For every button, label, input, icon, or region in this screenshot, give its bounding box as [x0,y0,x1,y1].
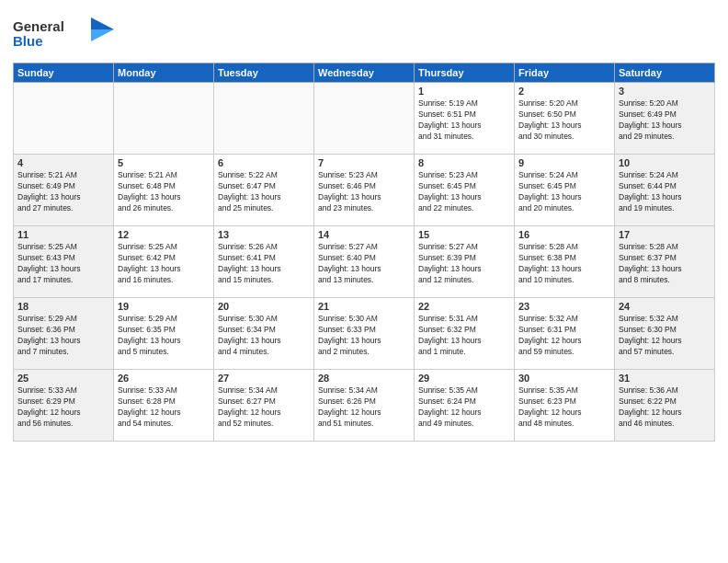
logo-text: General Blue [13,13,114,57]
col-monday: Monday [114,63,214,83]
day-number: 11 [17,229,109,240]
week-row-2: 4Sunrise: 5:21 AM Sunset: 6:49 PM Daylig… [14,155,715,226]
col-sunday: Sunday [14,63,114,83]
day-number: 3 [619,86,711,97]
svg-marker-2 [91,17,114,29]
week-row-4: 18Sunrise: 5:29 AM Sunset: 6:36 PM Dayli… [14,298,715,370]
day-info: Sunrise: 5:23 AM Sunset: 6:46 PM Dayligh… [318,170,410,214]
day-info: Sunrise: 5:24 AM Sunset: 6:45 PM Dayligh… [518,170,610,214]
day-info: Sunrise: 5:33 AM Sunset: 6:29 PM Dayligh… [17,385,109,430]
day-info: Sunrise: 5:36 AM Sunset: 6:22 PM Dayligh… [619,385,711,430]
day-info: Sunrise: 5:21 AM Sunset: 6:48 PM Dayligh… [118,170,210,214]
day-info: Sunrise: 5:30 AM Sunset: 6:33 PM Dayligh… [318,314,410,358]
day-number: 21 [318,301,410,312]
day-number: 27 [218,373,310,384]
day-number: 15 [418,229,510,240]
day-number: 14 [318,229,410,240]
day-number: 18 [17,301,109,312]
day-number: 26 [118,373,210,384]
day-info: Sunrise: 5:23 AM Sunset: 6:45 PM Dayligh… [418,170,510,214]
calendar-cell [214,83,314,155]
week-row-1: 1Sunrise: 5:19 AM Sunset: 6:51 PM Daylig… [14,83,715,155]
day-info: Sunrise: 5:28 AM Sunset: 6:38 PM Dayligh… [518,242,610,286]
calendar-cell [314,83,415,155]
svg-text:General: General [13,18,64,34]
calendar-cell: 6Sunrise: 5:22 AM Sunset: 6:47 PM Daylig… [214,155,314,226]
calendar-cell: 8Sunrise: 5:23 AM Sunset: 6:45 PM Daylig… [415,155,515,226]
calendar-cell: 22Sunrise: 5:31 AM Sunset: 6:32 PM Dayli… [415,298,515,370]
calendar-cell: 3Sunrise: 5:20 AM Sunset: 6:49 PM Daylig… [615,83,715,155]
svg-text:Blue: Blue [13,33,43,49]
calendar-cell: 13Sunrise: 5:26 AM Sunset: 6:41 PM Dayli… [214,226,314,298]
day-number: 25 [17,373,109,384]
calendar-cell: 26Sunrise: 5:33 AM Sunset: 6:28 PM Dayli… [114,370,214,442]
day-number: 10 [619,157,711,168]
calendar-cell: 4Sunrise: 5:21 AM Sunset: 6:49 PM Daylig… [14,155,114,226]
calendar-cell: 30Sunrise: 5:35 AM Sunset: 6:23 PM Dayli… [515,370,615,442]
day-number: 5 [118,157,210,168]
day-number: 29 [418,373,510,384]
calendar-body: 1Sunrise: 5:19 AM Sunset: 6:51 PM Daylig… [14,83,715,442]
day-info: Sunrise: 5:35 AM Sunset: 6:23 PM Dayligh… [518,385,610,430]
calendar-cell: 1Sunrise: 5:19 AM Sunset: 6:51 PM Daylig… [415,83,515,155]
day-info: Sunrise: 5:30 AM Sunset: 6:34 PM Dayligh… [218,314,310,358]
calendar-cell [114,83,214,155]
calendar-cell: 18Sunrise: 5:29 AM Sunset: 6:36 PM Dayli… [14,298,114,370]
day-number: 23 [518,301,610,312]
calendar-cell: 11Sunrise: 5:25 AM Sunset: 6:43 PM Dayli… [14,226,114,298]
calendar-cell: 21Sunrise: 5:30 AM Sunset: 6:33 PM Dayli… [314,298,415,370]
day-info: Sunrise: 5:27 AM Sunset: 6:39 PM Dayligh… [418,242,510,286]
logo: General Blue [13,13,114,57]
day-info: Sunrise: 5:34 AM Sunset: 6:26 PM Dayligh… [318,385,410,430]
day-info: Sunrise: 5:29 AM Sunset: 6:36 PM Dayligh… [17,314,109,358]
day-number: 12 [118,229,210,240]
calendar-cell: 15Sunrise: 5:27 AM Sunset: 6:39 PM Dayli… [415,226,515,298]
day-number: 4 [17,157,109,168]
day-info: Sunrise: 5:24 AM Sunset: 6:44 PM Dayligh… [619,170,711,214]
day-number: 19 [118,301,210,312]
logo-svg: General Blue [13,13,114,53]
calendar-cell: 23Sunrise: 5:32 AM Sunset: 6:31 PM Dayli… [515,298,615,370]
col-saturday: Saturday [615,63,715,83]
calendar-cell: 12Sunrise: 5:25 AM Sunset: 6:42 PM Dayli… [114,226,214,298]
calendar-cell: 28Sunrise: 5:34 AM Sunset: 6:26 PM Dayli… [314,370,415,442]
day-info: Sunrise: 5:28 AM Sunset: 6:37 PM Dayligh… [619,242,711,286]
day-number: 22 [418,301,510,312]
day-number: 8 [418,157,510,168]
day-info: Sunrise: 5:26 AM Sunset: 6:41 PM Dayligh… [218,242,310,286]
col-tuesday: Tuesday [214,63,314,83]
day-number: 13 [218,229,310,240]
day-number: 30 [518,373,610,384]
col-thursday: Thursday [415,63,515,83]
calendar-cell: 2Sunrise: 5:20 AM Sunset: 6:50 PM Daylig… [515,83,615,155]
day-number: 24 [619,301,711,312]
calendar-cell: 5Sunrise: 5:21 AM Sunset: 6:48 PM Daylig… [114,155,214,226]
week-row-3: 11Sunrise: 5:25 AM Sunset: 6:43 PM Dayli… [14,226,715,298]
calendar-cell: 19Sunrise: 5:29 AM Sunset: 6:35 PM Dayli… [114,298,214,370]
header: General Blue [13,9,715,57]
day-number: 6 [218,157,310,168]
calendar-table: Sunday Monday Tuesday Wednesday Thursday… [13,63,715,442]
calendar-cell: 9Sunrise: 5:24 AM Sunset: 6:45 PM Daylig… [515,155,615,226]
day-number: 9 [518,157,610,168]
day-info: Sunrise: 5:27 AM Sunset: 6:40 PM Dayligh… [318,242,410,286]
day-number: 17 [619,229,711,240]
calendar-cell: 29Sunrise: 5:35 AM Sunset: 6:24 PM Dayli… [415,370,515,442]
day-info: Sunrise: 5:19 AM Sunset: 6:51 PM Dayligh… [418,98,510,143]
day-info: Sunrise: 5:25 AM Sunset: 6:43 PM Dayligh… [17,242,109,286]
day-number: 31 [619,373,711,384]
day-info: Sunrise: 5:34 AM Sunset: 6:27 PM Dayligh… [218,385,310,430]
day-info: Sunrise: 5:35 AM Sunset: 6:24 PM Dayligh… [418,385,510,430]
calendar-cell: 20Sunrise: 5:30 AM Sunset: 6:34 PM Dayli… [214,298,314,370]
day-info: Sunrise: 5:21 AM Sunset: 6:49 PM Dayligh… [17,170,109,214]
week-row-5: 25Sunrise: 5:33 AM Sunset: 6:29 PM Dayli… [14,370,715,442]
calendar-cell [14,83,114,155]
day-info: Sunrise: 5:32 AM Sunset: 6:31 PM Dayligh… [518,314,610,358]
day-number: 2 [518,86,610,97]
calendar-cell: 27Sunrise: 5:34 AM Sunset: 6:27 PM Dayli… [214,370,314,442]
svg-marker-3 [91,29,114,41]
day-number: 16 [518,229,610,240]
day-info: Sunrise: 5:31 AM Sunset: 6:32 PM Dayligh… [418,314,510,358]
col-wednesday: Wednesday [314,63,415,83]
calendar-cell: 25Sunrise: 5:33 AM Sunset: 6:29 PM Dayli… [14,370,114,442]
